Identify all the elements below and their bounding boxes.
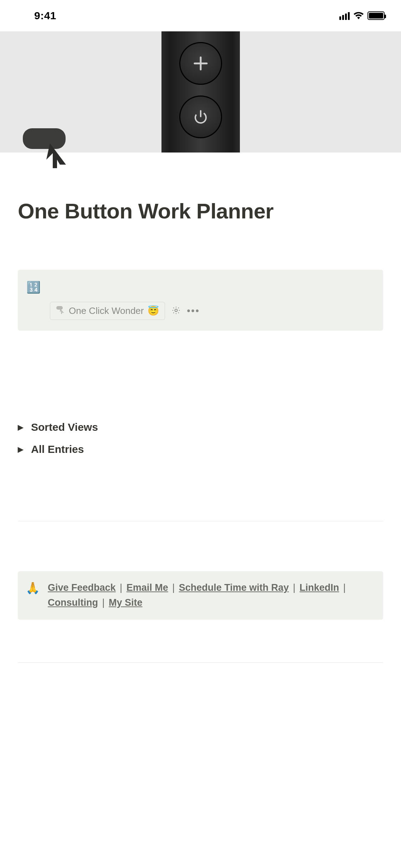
page-header xyxy=(0,31,401,153)
cellular-icon xyxy=(339,11,350,20)
pointer-rect-icon xyxy=(56,305,65,317)
svg-rect-2 xyxy=(56,306,63,310)
battery-icon xyxy=(367,11,385,20)
pray-emoji-icon: 🙏 xyxy=(26,581,40,595)
toggle-label: All Entries xyxy=(31,443,84,455)
svg-point-3 xyxy=(175,309,177,311)
separator: | xyxy=(117,582,125,593)
status-indicators xyxy=(339,11,385,20)
separator: | xyxy=(340,582,346,593)
page-content: One Button Work Planner 🔢 One Click Wond… xyxy=(0,199,401,663)
more-icon[interactable]: ••• xyxy=(187,305,200,316)
link-my-site[interactable]: My Site xyxy=(109,597,143,608)
link-give-feedback[interactable]: Give Feedback xyxy=(48,582,116,593)
callout-button-row: One Click Wonder 😇 ••• xyxy=(50,302,375,320)
callout-block: 🔢 One Click Wonder 😇 ••• xyxy=(18,270,383,331)
status-bar: 9:41 xyxy=(0,0,401,31)
divider xyxy=(18,521,383,521)
one-click-wonder-label: One Click Wonder xyxy=(69,305,144,316)
toggle-triangle-icon: ▶ xyxy=(18,423,23,432)
divider xyxy=(18,662,383,663)
link-email-me[interactable]: Email Me xyxy=(127,582,168,593)
callout-emoji-row: 🔢 xyxy=(26,280,375,294)
halo-emoji-icon: 😇 xyxy=(148,305,159,316)
page-icon[interactable] xyxy=(21,125,68,171)
page-title[interactable]: One Button Work Planner xyxy=(18,199,383,223)
separator: | xyxy=(290,582,298,593)
cover-power-icon xyxy=(179,95,222,138)
separator: | xyxy=(170,582,178,593)
separator: | xyxy=(99,597,107,608)
link-schedule[interactable]: Schedule Time with Ray xyxy=(179,582,289,593)
toggle-triangle-icon: ▶ xyxy=(18,445,23,454)
toggle-sorted-views[interactable]: ▶ Sorted Views xyxy=(18,416,383,438)
toggle-label: Sorted Views xyxy=(31,421,98,433)
footer-callout: 🙏 Give Feedback | Email Me | Schedule Ti… xyxy=(18,571,383,620)
link-consulting[interactable]: Consulting xyxy=(48,597,98,608)
toggle-all-entries[interactable]: ▶ All Entries xyxy=(18,438,383,460)
gear-icon[interactable] xyxy=(171,306,181,316)
cover-plus-icon xyxy=(179,42,222,85)
link-linkedin[interactable]: LinkedIn xyxy=(299,582,339,593)
footer-links-text: Give Feedback | Email Me | Schedule Time… xyxy=(48,580,375,610)
cover-remote-device xyxy=(161,31,240,153)
numbers-emoji-icon: 🔢 xyxy=(26,281,41,294)
svg-rect-1 xyxy=(23,128,66,149)
wifi-icon xyxy=(353,12,364,20)
one-click-wonder-button[interactable]: One Click Wonder 😇 xyxy=(50,302,165,320)
status-time: 9:41 xyxy=(34,10,56,22)
toggle-section: ▶ Sorted Views ▶ All Entries xyxy=(18,416,383,460)
